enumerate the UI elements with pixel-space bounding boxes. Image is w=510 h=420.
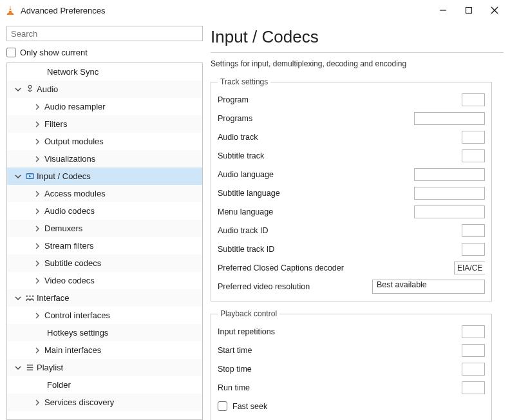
field-label: Input repetitions [218,327,462,336]
tree-item-audio-codecs[interactable]: Audio codecs [7,202,202,220]
select-input[interactable]: Best available [372,280,485,294]
chevron-right-icon[interactable] [34,243,43,249]
tree-item-main-interfaces[interactable]: Main interfaces [7,341,202,359]
text-input[interactable] [414,187,485,200]
chevron-right-icon[interactable] [34,191,43,197]
maximize-button[interactable] [464,5,474,15]
svg-point-6 [28,85,32,88]
settings-scroll[interactable]: Track settingsProgramProgramsAudio track… [211,77,504,420]
chevron-down-icon[interactable] [15,173,24,180]
chevron-down-icon[interactable] [15,365,24,371]
chevron-right-icon[interactable] [34,347,43,354]
spin-input[interactable] [462,381,485,394]
chevron-right-icon[interactable] [34,138,43,145]
tree-item-access-modules[interactable]: Access modules [7,185,202,202]
spin-input[interactable] [462,224,485,237]
field-label: Subtitle track ID [218,245,462,254]
tree-item-label: Audio codecs [43,206,95,216]
field-subtitle-language: Subtitle language [218,184,485,202]
spin-input[interactable] [462,363,485,376]
tree-item-playlist[interactable]: Playlist [7,359,202,376]
text-input[interactable] [414,168,485,181]
spin-input[interactable] [462,93,485,106]
close-button[interactable] [489,5,500,15]
tree-item-hotkeys-settings[interactable]: Hotkeys settings [7,324,202,341]
tree-scroll[interactable]: Network SyncAudioAudio resamplerFiltersO… [7,63,202,419]
only-show-current-box[interactable] [6,48,16,57]
tree-item-subtitle-codecs[interactable]: Subtitle codecs [7,254,202,272]
tree-item-input-codecs[interactable]: Input / Codecs [7,167,202,185]
field-label: Subtitle track [218,151,462,160]
chevron-right-icon[interactable] [34,104,43,110]
tree-item-label: Hotkeys settings [46,328,108,338]
text-input[interactable] [414,112,485,125]
tree-item-label: Video codecs [43,276,95,285]
field-audio-track-id: Audio track ID [218,221,485,240]
tree-item-audio[interactable]: Audio [7,81,202,98]
svg-point-9 [26,295,27,296]
field-stop-time: Stop time [218,359,485,378]
spin-input[interactable] [462,149,485,162]
field-label: Subtitle language [218,189,414,198]
tree-item-folder[interactable]: Folder [7,376,202,394]
page-title: Input / Codecs [211,26,504,52]
chevron-right-icon[interactable] [34,260,43,267]
spin-input[interactable] [462,131,485,144]
field-menu-language: Menu language [218,202,485,221]
chevron-down-icon[interactable] [15,86,24,93]
playlist-icon [24,363,35,372]
checkbox[interactable] [218,401,227,411]
spin-input[interactable] [462,325,485,338]
chevron-right-icon[interactable] [34,225,43,232]
audio-icon [24,84,35,94]
tree-item-label: Subtitle codecs [43,258,101,268]
chevron-right-icon[interactable] [34,399,43,406]
tree-item-control-interfaces[interactable]: Control interfaces [7,307,202,324]
group-playback-control: Playback controlInput repetitionsStart t… [211,309,492,420]
chevron-right-icon[interactable] [34,312,43,319]
tree-item-filters[interactable]: Filters [7,115,202,133]
tree-item-label: Folder [46,380,71,390]
field-label: Fast seek [232,402,267,411]
title-divider [211,52,504,53]
svg-rect-3 [466,8,472,14]
field-label: Menu language [218,207,414,216]
tree-item-output-modules[interactable]: Output modules [7,133,202,150]
chevron-right-icon[interactable] [34,278,43,284]
tree-item-interface[interactable]: Interface [7,289,202,307]
tree-item-video-codecs[interactable]: Video codecs [7,272,202,289]
group-track-settings: Track settingsProgramProgramsAudio track… [211,77,492,301]
field-input-repetitions: Input repetitions [218,322,485,341]
svg-point-11 [32,295,33,296]
tree-item-services-discovery[interactable]: Services discovery [7,394,202,411]
chevron-down-icon[interactable] [15,295,24,301]
minimize-button[interactable] [438,5,448,15]
select-input[interactable]: EIA/CE [454,262,485,274]
tree-item-stream-filters[interactable]: Stream filters [7,237,202,254]
text-input[interactable] [414,205,485,218]
field-preferred-video-resolution: Preferred video resolutionBest available [218,277,485,296]
tree-item-audio-resampler[interactable]: Audio resampler [7,98,202,115]
tree-item-label: Playlist [35,363,63,372]
vlc-cone-icon [5,5,15,15]
chevron-right-icon[interactable] [34,121,43,128]
svg-point-10 [29,295,30,296]
field-programs: Programs [218,109,485,128]
tree-item-demuxers[interactable]: Demuxers [7,220,202,237]
field-label: Program [218,95,462,104]
spin-input[interactable] [462,243,485,256]
field-label: Preferred Closed Captions decoder [218,263,454,272]
chevron-right-icon[interactable] [34,156,43,162]
search-input[interactable] [6,26,203,41]
tree-item-label: Visualizations [43,154,95,164]
spin-input[interactable] [462,344,485,357]
field-subtitle-track: Subtitle track [218,146,485,165]
tree-item-label: Audio resampler [43,102,106,111]
field-label: Audio track ID [218,226,462,235]
tree-item-label: Services discovery [43,397,114,407]
chevron-right-icon[interactable] [34,208,43,215]
tree-item-label: Input / Codecs [35,171,91,181]
only-show-current-checkbox[interactable]: Only show current [6,48,203,57]
tree-item-network-sync[interactable]: Network Sync [7,63,202,81]
tree-item-visualizations[interactable]: Visualizations [7,150,202,167]
